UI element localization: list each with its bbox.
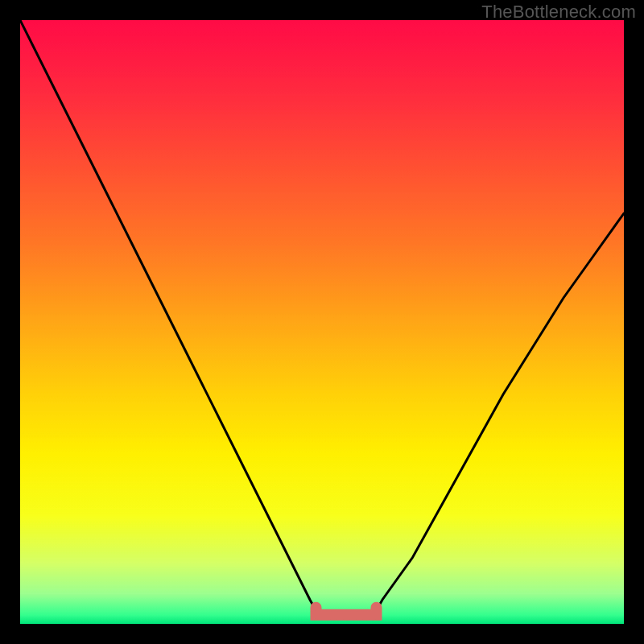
chart-svg xyxy=(20,20,624,624)
plot-area xyxy=(20,20,624,624)
gradient-background xyxy=(20,20,624,624)
chart-frame: TheBottleneck.com xyxy=(0,0,644,644)
